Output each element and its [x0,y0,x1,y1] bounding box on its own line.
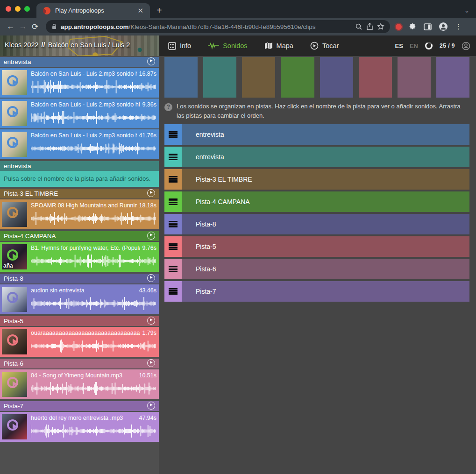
track-play-button[interactable] [147,402,155,411]
clip-item[interactable]: añaB1. Hymns for purifying water, Etc. (… [0,242,159,272]
profile-avatar-icon[interactable] [439,22,448,31]
close-window-button[interactable] [6,6,11,12]
track-color-pad[interactable] [203,57,236,98]
track-header[interactable]: Pista-6 [0,359,159,368]
track-color-pad[interactable] [359,57,392,98]
zoom-page-icon[interactable] [355,23,362,30]
track-row-body[interactable]: entrevista [182,147,469,167]
lang-es-button[interactable]: ES [395,42,403,50]
bookmark-star-icon[interactable] [377,23,384,30]
clip-play-icon[interactable] [7,249,18,261]
clip-play-icon[interactable] [7,106,18,117]
lang-en-button[interactable]: EN [410,42,418,50]
track-list-row[interactable]: Pista-6 [164,259,469,279]
clip-play-icon[interactable] [7,419,18,431]
extensions-puzzle-icon[interactable] [409,23,417,31]
tab-search-chevron-icon[interactable]: ⌄ [464,7,469,14]
share-icon[interactable] [366,23,373,30]
track-row-body[interactable]: Pista-4 CAMPANA [182,191,469,212]
track-list-row[interactable]: entrevista [164,124,469,145]
clip-thumbnail [2,287,27,312]
track-play-button[interactable] [147,57,155,67]
track-row-body[interactable]: Pista-7 [182,281,469,302]
clip-play-icon[interactable] [7,334,18,346]
clip-item[interactable]: Balcón en San Luis - Luis 2.mp3 sonido h… [0,129,159,159]
track-header[interactable]: Pista-7 [0,401,159,411]
clip-duration: 9.36s [142,101,156,108]
track-play-button[interactable] [147,359,155,368]
track-row-body[interactable]: Pista-8 [182,214,469,234]
clip-item[interactable]: ouaraaaaaaaaaaaaaaaaaaaaaaaaaaaaaaaaaaaa… [0,327,159,357]
browser-menu-kebab-icon[interactable]: ⋮ [455,22,462,31]
nav-tab-tocar[interactable]: Tocar [310,42,339,50]
track-header[interactable]: Pista-5 [0,316,159,326]
track-color-pad[interactable] [436,57,469,98]
minimize-window-button[interactable] [15,6,21,12]
nav-tab-mapa[interactable]: Mapa [264,42,293,50]
clip-item[interactable]: Balcón en San Luis - Luis 2.mp3 sonido h… [0,68,159,98]
browser-tab[interactable]: Play Antropoloops ✕ [36,3,150,18]
clip-title-row: Balcón en San Luis - Luis 2.mp3 sonido h… [31,132,156,139]
nav-label-info: Info [180,42,191,50]
track-drag-handle[interactable] [164,169,182,190]
clip-item[interactable]: huerto del rey moro entrevista .mp347.94… [0,412,159,442]
track-play-button[interactable] [147,232,155,241]
track-play-button[interactable] [147,189,155,198]
url-text[interactable]: app.antropoloops.com/Kleos-Santa-Marina/… [61,23,351,30]
track-drag-handle[interactable] [164,259,182,279]
track-row-body[interactable]: entrevista [182,124,469,145]
track-header[interactable]: Pista-8 [0,274,159,283]
recorder-extension-icon[interactable] [396,24,402,30]
clip-item[interactable]: 04 - Song of Yimeng Mountain.mp310.51s [0,369,159,399]
clip-play-icon[interactable] [7,377,18,388]
track-play-button[interactable] [147,317,155,326]
track-row-body[interactable]: Pista-3 EL TIMBRE [182,169,469,190]
track-color-pad[interactable] [242,57,275,98]
track-color-pad[interactable] [281,57,314,98]
track-drag-handle[interactable] [164,281,182,302]
track-color-pad[interactable] [320,57,353,98]
forward-button[interactable]: → [17,22,29,31]
clip-item[interactable]: Balcón en San Luis - Luis 2.mp3 sonido h… [0,99,159,128]
address-bar[interactable]: app.antropoloops.com/Kleos-Santa-Marina/… [46,20,390,33]
track-drag-handle[interactable] [164,147,182,167]
breadcrumb-project-link[interactable]: Kleos 2022 [5,41,39,49]
track-list-row[interactable]: Pista-8 [164,214,469,234]
reload-button[interactable]: ⟳ [29,22,41,32]
track-color-pad[interactable] [164,57,198,98]
zoom-window-button[interactable] [24,6,30,12]
drag-handle-icon [169,243,178,250]
track-header[interactable]: entrevista [0,57,159,67]
clip-item[interactable]: audion sin entrevista43.46s [0,284,159,314]
remix-cover-map[interactable]: Kleos 2022//Balcón en San Luis / Luis 2 [0,35,159,56]
track-header[interactable]: Pista-4 CAMPANA [0,231,159,241]
help-text: Los sonidos se organizan en pistas. Haz … [177,102,469,120]
account-icon[interactable] [462,42,470,50]
clip-play-icon[interactable] [7,207,18,218]
nav-tab-info[interactable]: Info [168,42,191,50]
nav-tab-sonidos[interactable]: Sonidos [208,42,247,50]
track-drag-handle[interactable] [164,191,182,212]
track-list-row[interactable]: Pista-5 [164,236,469,257]
back-button[interactable]: ← [5,22,17,31]
track-header[interactable]: entrevista [0,161,159,171]
clip-item[interactable]: SPOAMR 08 High Mountains and Running ...… [0,199,159,229]
track-drag-handle[interactable] [164,214,182,234]
tab-close-icon[interactable]: ✕ [135,7,145,15]
track-list-row[interactable]: entrevista [164,147,469,167]
track-drag-handle[interactable] [164,236,182,257]
track-header[interactable]: Pista-3 EL TIMBRE [0,189,159,198]
track-drag-handle[interactable] [164,124,182,145]
new-tab-button[interactable]: + [156,6,162,15]
side-panel-icon[interactable] [424,23,432,30]
track-row-body[interactable]: Pista-6 [182,259,469,279]
track-row-body[interactable]: Pista-5 [182,236,469,257]
track-list-row[interactable]: Pista-3 EL TIMBRE [164,169,469,190]
clip-play-icon[interactable] [7,292,18,303]
track-play-button[interactable] [147,274,155,283]
clip-play-icon[interactable] [7,75,18,86]
track-list-row[interactable]: Pista-7 [164,281,469,302]
track-color-pad[interactable] [398,57,431,98]
clip-play-icon[interactable] [7,137,18,148]
track-list-row[interactable]: Pista-4 CAMPANA [164,191,469,212]
